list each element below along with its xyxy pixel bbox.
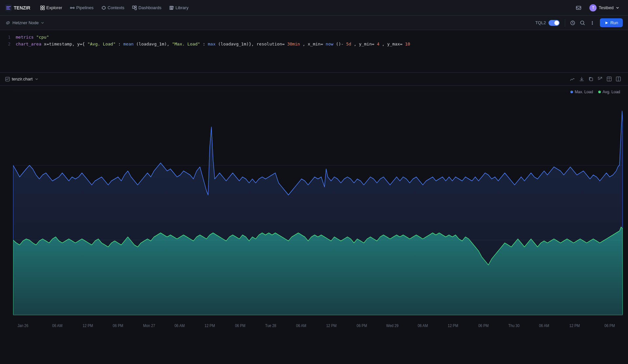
svg-rect-1 bbox=[41, 6, 42, 8]
x-label-06pm-2: 06 PM bbox=[235, 323, 245, 328]
profile-chevron-icon bbox=[616, 6, 619, 10]
x-label-12pm-4: 12 PM bbox=[448, 323, 458, 328]
history-button[interactable] bbox=[568, 18, 578, 28]
x-label-mon27: Mon 27 bbox=[143, 323, 155, 328]
code-editor[interactable]: 1 metrics "cpu" 2 chart_area x=timestamp… bbox=[0, 30, 628, 73]
svg-rect-3 bbox=[41, 8, 42, 10]
profile-name: Testbed bbox=[599, 5, 614, 10]
run-button-label: Run bbox=[610, 20, 618, 25]
pipeline-toolbar: Hetzner Node TQL2 R bbox=[0, 16, 628, 30]
output-toolbar: tenzir.chart bbox=[0, 73, 628, 86]
chart-container: Max. Load Avg. Load bbox=[0, 86, 628, 364]
nav-library-label: Library bbox=[175, 5, 188, 10]
dashboards-icon bbox=[132, 6, 137, 10]
x-label-06pm-4: 06 PM bbox=[478, 323, 489, 328]
breadcrumb-label: Hetzner Node bbox=[12, 20, 39, 25]
output-chevron-icon bbox=[35, 77, 39, 81]
nav-contexts[interactable]: Contexts bbox=[98, 4, 128, 12]
svg-point-15 bbox=[592, 22, 593, 23]
expand-button[interactable] bbox=[595, 75, 604, 84]
explorer-icon bbox=[40, 6, 45, 10]
svg-point-16 bbox=[592, 24, 593, 25]
code-content-1: metrics "cpu" bbox=[16, 34, 623, 41]
toolbar-divider-1 bbox=[565, 19, 565, 27]
library-icon bbox=[169, 6, 174, 10]
chart-area-icon bbox=[570, 77, 575, 81]
string-cpu: "cpu" bbox=[36, 35, 49, 40]
x-label-06am-3: 06 AM bbox=[296, 323, 306, 328]
x-label-jan26: Jan 26 bbox=[18, 323, 28, 328]
x-label-06pm-1: 06 PM bbox=[113, 323, 123, 328]
x-label-tue28: Tue 28 bbox=[265, 323, 276, 328]
topnav-right: T Testbed bbox=[574, 3, 623, 13]
svg-rect-18 bbox=[590, 78, 593, 81]
tql-label: TQL2 bbox=[535, 20, 546, 25]
nav-dashboards-label: Dashboards bbox=[138, 5, 161, 10]
nav-dashboards[interactable]: Dashboards bbox=[129, 4, 165, 12]
run-icon bbox=[604, 21, 608, 25]
output-title[interactable]: tenzir.chart bbox=[5, 77, 39, 81]
chart-inner: 10 8 6 4 Jan 26 06 AM 12 PM 06 PM Mon 27… bbox=[0, 86, 628, 364]
top-navigation: TENZIR Explorer Pipelines Contexts Dash bbox=[0, 0, 628, 16]
download-icon bbox=[579, 77, 584, 81]
profile-avatar: T bbox=[589, 4, 597, 11]
pipelines-icon bbox=[70, 6, 75, 10]
x-label-wed29: Wed 29 bbox=[386, 323, 399, 328]
nav-contexts-label: Contexts bbox=[108, 5, 124, 10]
download-button[interactable] bbox=[577, 75, 586, 84]
profile-button[interactable]: T Testbed bbox=[586, 3, 623, 13]
chart-svg: 10 8 6 4 Jan 26 06 AM 12 PM 06 PM Mon 27… bbox=[13, 91, 623, 351]
x-label-12pm-3: 12 PM bbox=[326, 323, 337, 328]
toggle-knob bbox=[554, 21, 559, 25]
x-label-06am-2: 06 AM bbox=[174, 323, 185, 328]
code-line-2: 2 chart_area x=timestamp, y={ "Avg. Load… bbox=[5, 41, 623, 48]
x-label-thu30: Thu 30 bbox=[508, 323, 519, 328]
x-label-06am-5: 06 AM bbox=[539, 323, 549, 328]
tenzir-logo-icon bbox=[5, 5, 12, 11]
copy-button[interactable] bbox=[586, 75, 595, 84]
chart-icon bbox=[5, 77, 10, 81]
tql-toggle-switch[interactable] bbox=[548, 20, 560, 26]
svg-rect-4 bbox=[43, 8, 45, 10]
code-line-1: 1 metrics "cpu" bbox=[5, 34, 623, 41]
svg-rect-10 bbox=[135, 8, 136, 10]
keyword-metrics: metrics bbox=[16, 35, 34, 40]
breadcrumb-chevron-icon bbox=[41, 21, 45, 25]
inspect-icon bbox=[580, 20, 585, 26]
svg-rect-2 bbox=[43, 6, 45, 8]
expand-icon bbox=[598, 77, 602, 81]
logo-text: TENZIR bbox=[14, 5, 30, 10]
tenzir-logo[interactable]: TENZIR bbox=[5, 5, 30, 11]
link-icon bbox=[5, 20, 10, 26]
nav-pipelines[interactable]: Pipelines bbox=[67, 4, 97, 12]
nav-explorer[interactable]: Explorer bbox=[37, 4, 65, 12]
svg-rect-8 bbox=[133, 6, 134, 9]
tql-toggle: TQL2 bbox=[535, 20, 560, 26]
split-view-button[interactable] bbox=[614, 75, 623, 84]
code-content-2: chart_area x=timestamp, y={ "Avg. Load" … bbox=[16, 41, 623, 48]
nav-explorer-label: Explorer bbox=[46, 5, 62, 10]
x-label-12pm-5: 12 PM bbox=[569, 323, 580, 328]
line-number-2: 2 bbox=[5, 41, 10, 48]
notifications-icon bbox=[576, 5, 581, 10]
table-view-button[interactable] bbox=[604, 75, 614, 84]
history-icon bbox=[570, 20, 575, 26]
pipeline-breadcrumb[interactable]: Hetzner Node bbox=[5, 20, 45, 26]
run-button[interactable]: Run bbox=[600, 18, 623, 27]
x-label-12pm-1: 12 PM bbox=[82, 323, 93, 328]
x-label-06am-1: 06 AM bbox=[52, 323, 63, 328]
notifications-button[interactable] bbox=[574, 3, 583, 13]
line-number-1: 1 bbox=[5, 34, 10, 41]
x-label-06am-4: 06 AM bbox=[418, 323, 428, 328]
x-label-12pm-2: 12 PM bbox=[205, 323, 215, 328]
more-button[interactable] bbox=[587, 18, 597, 28]
x-label-06pm-5: 06 PM bbox=[604, 323, 615, 328]
keyword-chart: chart_area bbox=[16, 42, 41, 46]
inspect-button[interactable] bbox=[578, 18, 587, 28]
svg-rect-9 bbox=[135, 6, 136, 7]
nav-library[interactable]: Library bbox=[166, 4, 192, 12]
svg-point-14 bbox=[592, 21, 593, 22]
svg-point-5 bbox=[70, 7, 72, 9]
chart-view-button[interactable] bbox=[568, 75, 577, 84]
nav-pipelines-label: Pipelines bbox=[76, 5, 94, 10]
